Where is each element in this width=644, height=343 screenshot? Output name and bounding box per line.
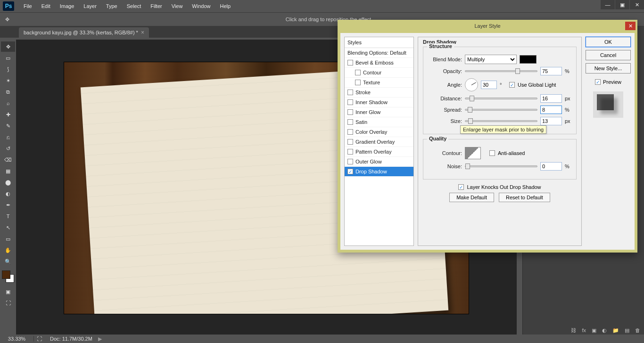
style-item-contour[interactable]: Contour (345, 68, 413, 78)
zoom-readout[interactable]: 33.33% (0, 336, 34, 342)
lasso-tool[interactable]: ⟆ (1, 64, 15, 74)
opacity-input[interactable] (540, 67, 562, 75)
style-item-checkbox[interactable] (347, 99, 353, 105)
screenmode-tool[interactable]: ⛶ (1, 298, 15, 308)
brush-tool[interactable]: ✎ (1, 121, 15, 131)
new-layer-icon[interactable]: ▤ (625, 327, 629, 334)
shadow-color-swatch[interactable] (520, 55, 537, 64)
link-icon[interactable]: ⛓ (571, 327, 576, 334)
style-item-stroke[interactable]: Stroke (345, 88, 413, 98)
history-brush-tool[interactable]: ↺ (1, 143, 15, 154)
style-item-checkbox[interactable] (355, 70, 361, 75)
angle-input[interactable] (481, 81, 497, 89)
style-item-inner-glow[interactable]: Inner Glow (345, 107, 413, 117)
distance-slider[interactable] (465, 98, 537, 99)
menu-image[interactable]: Image (55, 3, 79, 9)
menu-view[interactable]: View (167, 3, 188, 9)
folder-icon[interactable]: 📁 (612, 327, 619, 334)
pen-tool[interactable]: ✒ (1, 200, 15, 210)
style-item-checkbox[interactable] (347, 159, 353, 164)
type-tool[interactable]: T (1, 211, 15, 221)
style-item-checkbox[interactable]: ✓ (347, 169, 353, 174)
size-slider[interactable] (465, 120, 537, 122)
style-item-checkbox[interactable] (347, 90, 353, 95)
gradient-tool[interactable]: ▦ (1, 166, 15, 176)
style-item-checkbox[interactable] (347, 119, 353, 125)
angle-dial[interactable] (465, 78, 478, 91)
crop-tool[interactable]: ⧉ (1, 87, 15, 97)
mask-icon[interactable]: ▣ (592, 327, 596, 334)
minimize-button[interactable]: — (601, 0, 615, 9)
style-item-bevel-emboss[interactable]: Bevel & Emboss (345, 58, 413, 68)
move-tool-icon[interactable]: ✥ (0, 16, 14, 23)
distance-input[interactable] (540, 94, 562, 103)
stamp-tool[interactable]: ⎌ (1, 132, 15, 142)
shape-tool[interactable]: ▭ (1, 234, 15, 244)
style-item-checkbox[interactable] (347, 129, 353, 135)
style-item-checkbox[interactable] (347, 60, 353, 65)
preview-check[interactable]: ✓ (595, 79, 601, 85)
style-item-color-overlay[interactable]: Color Overlay (345, 127, 413, 137)
style-item-checkbox[interactable] (347, 109, 353, 115)
hand-tool[interactable]: ✋ (1, 245, 15, 255)
new-style-button[interactable]: New Style... (586, 63, 631, 74)
fx-icon[interactable]: fx (582, 327, 586, 334)
close-button[interactable]: ✕ (630, 0, 644, 9)
zoom-tool[interactable]: 🔍 (1, 256, 15, 267)
marquee-tool[interactable]: ▭ (1, 53, 15, 63)
noise-slider[interactable] (465, 165, 537, 167)
move-tool[interactable]: ✥ (1, 41, 15, 52)
menu-edit[interactable]: Edit (37, 3, 55, 9)
adjust-icon[interactable]: ◐ (602, 327, 607, 334)
style-item-texture[interactable]: Texture (345, 78, 413, 88)
heal-tool[interactable]: ✚ (1, 109, 15, 120)
trash-icon[interactable]: 🗑 (635, 327, 640, 334)
dialog-titlebar[interactable]: Layer Style ✕ (338, 20, 637, 32)
blendmode-select[interactable]: Multiply (465, 55, 517, 64)
size-input[interactable] (540, 117, 562, 125)
dodge-tool[interactable]: ◐ (1, 188, 15, 199)
contour-picker[interactable] (465, 147, 481, 159)
spread-input[interactable] (540, 106, 562, 114)
style-item-checkbox[interactable] (347, 139, 353, 145)
style-item-gradient-overlay[interactable]: Gradient Overlay (345, 137, 413, 147)
global-light-check[interactable]: ✓ (509, 82, 515, 88)
noise-input[interactable] (540, 162, 562, 171)
wand-tool[interactable]: ✶ (1, 75, 15, 86)
eyedropper-tool[interactable]: ⌕ (1, 98, 15, 108)
styles-header[interactable]: Styles (345, 37, 413, 48)
blending-options[interactable]: Blending Options: Default (345, 48, 413, 58)
menu-window[interactable]: Window (187, 3, 215, 9)
color-swatches[interactable] (2, 270, 14, 283)
menu-select[interactable]: Select (122, 3, 146, 9)
style-item-inner-shadow[interactable]: Inner Shadow (345, 98, 413, 107)
style-item-drop-shadow[interactable]: ✓Drop Shadow (345, 167, 413, 177)
menu-help[interactable]: Help (215, 3, 235, 9)
menu-layer[interactable]: Layer (79, 3, 101, 9)
knocks-check[interactable]: ✓ (458, 184, 464, 190)
menu-file[interactable]: File (19, 3, 37, 9)
maximize-button[interactable]: ▣ (615, 0, 629, 9)
menu-filter[interactable]: Filter (146, 3, 166, 9)
style-item-checkbox[interactable] (355, 80, 361, 85)
ok-button[interactable]: OK (586, 37, 631, 47)
style-item-pattern-overlay[interactable]: Pattern Overlay (345, 147, 413, 157)
statusbar-menu-icon[interactable]: ▶ (98, 336, 102, 342)
document-tab[interactable]: background kayu.jpg @ 33.3% (kertas, RGB… (19, 27, 149, 38)
close-tab-icon[interactable]: × (141, 29, 144, 36)
make-default-button[interactable]: Make Default (449, 193, 494, 202)
reset-default-button[interactable]: Reset to Default (499, 193, 550, 202)
spread-slider[interactable] (465, 109, 537, 111)
antialiased-check[interactable] (489, 150, 495, 156)
path-tool[interactable]: ↖ (1, 222, 15, 233)
opacity-slider[interactable] (465, 70, 537, 72)
dialog-close-button[interactable]: ✕ (625, 22, 636, 30)
style-item-checkbox[interactable] (347, 149, 353, 155)
style-item-satin[interactable]: Satin (345, 117, 413, 127)
statusbar-icon[interactable]: ⛶ (34, 336, 44, 342)
quickmask-tool[interactable]: ▣ (1, 286, 15, 297)
cancel-button[interactable]: Cancel (586, 50, 631, 60)
blur-tool[interactable]: ⬤ (1, 177, 15, 188)
menu-type[interactable]: Type (101, 3, 122, 9)
style-item-outer-glow[interactable]: Outer Glow (345, 157, 413, 167)
